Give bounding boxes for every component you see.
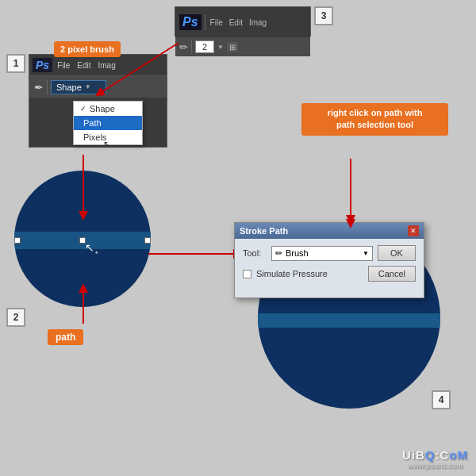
stroke-path-dialog: Stroke Path ✕ Tool: ✏ Brush ▼ OK Simulat…	[234, 222, 424, 298]
select-arrow-icon: ▼	[363, 250, 369, 257]
file-menu-s1[interactable]: File	[55, 61, 72, 70]
file-menu[interactable]: File	[209, 18, 225, 27]
tool-row: Tool: ✏ Brush ▼ OK	[243, 245, 416, 261]
top-bar: Ps File Edit Imag	[175, 7, 310, 37]
ok-button[interactable]: OK	[378, 245, 416, 261]
divider	[205, 14, 205, 30]
edit-menu-s1[interactable]: Edit	[75, 61, 93, 70]
toolbar-top-3: Ps File Edit Imag ✏ 2 ▼ ⊞	[175, 6, 311, 36]
dropdown-arrow-icon[interactable]: ▼	[217, 44, 224, 51]
two-pixel-brush-annotation: 2 pixel brush	[54, 41, 121, 57]
simulate-label: Simulate Pressure	[256, 269, 328, 278]
brush-icon-dialog: ✏	[275, 248, 282, 259]
step3-badge: 3	[314, 6, 333, 25]
step2-badge: 2	[6, 308, 25, 327]
stroke-line	[258, 313, 440, 328]
brush-toolbar-row: ✏ 2 ▼ ⊞	[175, 37, 310, 56]
right-click-annotation: right click on path with path selection …	[301, 103, 448, 136]
step1-badge: 1	[6, 54, 25, 73]
path-arrow-up	[75, 284, 99, 328]
dropdown-shape-option[interactable]: ✓ Shape	[74, 102, 142, 116]
divider	[47, 80, 48, 94]
left-handle	[14, 237, 21, 244]
watermark: UiBQ:CoM www.psanz.com	[402, 448, 468, 470]
step1-down-arrow	[75, 151, 99, 222]
image-menu[interactable]: Imag	[248, 18, 268, 27]
shape-dropdown-label: Shape	[56, 83, 82, 92]
brush-options-icon[interactable]: ⊞	[227, 42, 238, 52]
step4-badge: 4	[432, 390, 451, 409]
edit-menu[interactable]: Edit	[228, 18, 244, 27]
brush-size-box[interactable]: 2	[195, 40, 214, 53]
dialog-body: Tool: ✏ Brush ▼ OK Simulate Pressure Can…	[235, 239, 424, 293]
pen-tool-icon[interactable]: ✒	[34, 81, 44, 94]
selection-handles-container	[14, 232, 151, 249]
dialog-close-button[interactable]: ✕	[408, 225, 419, 236]
dialog-titlebar: Stroke Path ✕	[235, 223, 424, 239]
dialog-title: Stroke Path	[240, 226, 288, 236]
check-icon: ✓	[80, 105, 86, 113]
path-annotation: path	[48, 329, 83, 345]
cursor-cross-icon: ↖+	[85, 241, 98, 256]
cancel-button[interactable]: Cancel	[368, 266, 416, 282]
tool-select-value: Brush	[286, 248, 309, 258]
watermark-main: UiBQ:CoM	[402, 448, 468, 462]
step2-to-step4-arrow	[144, 242, 248, 266]
dropdown-path-option[interactable]: Path	[74, 116, 142, 130]
tool-select[interactable]: ✏ Brush ▼	[271, 246, 373, 261]
simulate-row: Simulate Pressure Cancel	[243, 266, 416, 282]
watermark-url: www.psanz.com	[402, 462, 468, 470]
cursor-icon: ↖	[103, 139, 111, 150]
ps-logo: Ps	[33, 58, 52, 72]
divider	[191, 40, 192, 53]
path-option-label: Path	[83, 118, 102, 128]
ps-logo-top: Ps	[179, 14, 202, 30]
simulate-checkbox[interactable]	[243, 270, 251, 278]
tool-label: Tool:	[243, 248, 267, 258]
dropdown-arrow-icon: ▼	[85, 83, 91, 90]
dialog-down-arrow	[343, 189, 367, 228]
shape-option-label: Shape	[90, 104, 115, 113]
